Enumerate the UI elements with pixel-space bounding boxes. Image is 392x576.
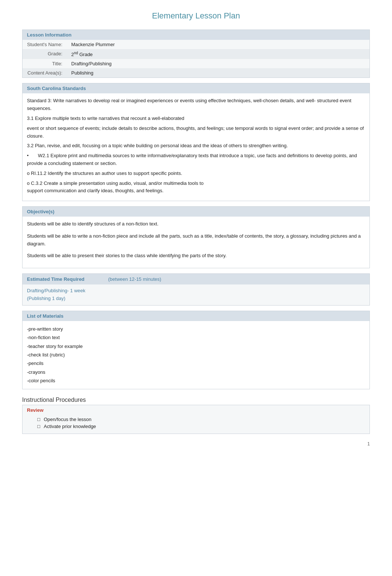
- bullet-w2-text: W2.1 Explore print and multimedia source…: [27, 153, 357, 166]
- page-title: Elementary Lesson Plan: [22, 11, 370, 21]
- material-item-3: -teacher story for example: [27, 342, 365, 351]
- material-item-4: -check list (rubric): [27, 351, 365, 359]
- instructional-procedures-section: Instructional Procedures Review Open/foc…: [22, 397, 370, 434]
- title-row: Title: Drafting/Publishing: [23, 59, 369, 68]
- c-3-2-b: support communication and clarify ideas,…: [27, 188, 164, 193]
- objectives-section: Objective(s) Students will be able to id…: [22, 206, 370, 268]
- inst-procedures-title: Instructional Procedures: [22, 397, 370, 403]
- objective-3: Students will be able to present their s…: [27, 252, 365, 260]
- lesson-info-table: Student's Name: Mackenzie Plummer Grade:…: [23, 40, 369, 77]
- lesson-info-header: Lesson Information: [23, 30, 369, 40]
- material-item-7: -color pencils: [27, 376, 365, 385]
- grade-value: 2nd Grade: [67, 49, 369, 59]
- standard-3-1-a: 3.1 Explore multiple texts to write narr…: [27, 115, 365, 123]
- page-number: 1: [22, 441, 370, 446]
- material-item-6: -crayons: [27, 368, 365, 376]
- title-label: Title:: [23, 59, 67, 68]
- sc-standards-header: South Carolina Standards: [23, 83, 369, 93]
- est-time-detail-line1: Drafting/Publishing- 1 week: [27, 288, 85, 293]
- objective-2: Students will be able to write a non-fic…: [27, 232, 365, 248]
- student-name-value: Mackenzie Plummer: [67, 40, 369, 49]
- standard-3: Standard 3: Write narratives to develop …: [27, 97, 365, 113]
- objectives-header: Objective(s): [23, 207, 369, 217]
- sc-standards-section: South Carolina Standards Standard 3: Wri…: [22, 83, 370, 201]
- material-item-5: -pencils: [27, 359, 365, 368]
- standard-3-2: 3.2 Plan, revise, and edit, focusing on …: [27, 142, 365, 150]
- estimated-time-label: Estimated Time Required: [27, 276, 108, 282]
- objectives-body: Students will be able to identify struct…: [23, 217, 369, 268]
- content-area-value: Publishing: [67, 68, 369, 77]
- c-3-2-a: o C.3.2 Create a simple presentation usi…: [27, 180, 203, 186]
- objective-1: Students will be able to identify struct…: [27, 220, 365, 228]
- estimated-time-section: Estimated Time Required (between 12-15 m…: [22, 273, 370, 306]
- materials-section: List of Materials -pre-written story -no…: [22, 311, 370, 389]
- grade-text: Grade: [78, 52, 93, 57]
- student-name-label: Student's Name:: [23, 40, 67, 49]
- estimated-time-detail: Drafting/Publishing- 1 week (Publishing …: [23, 284, 369, 305]
- materials-body: -pre-written story -non-fiction text -te…: [23, 321, 369, 389]
- inst-procedures-box: Review Open/focus the lesson Activate pr…: [22, 405, 370, 434]
- material-item-1: -pre-written story: [27, 325, 365, 333]
- title-value: Drafting/Publishing: [67, 59, 369, 68]
- ri-11-2: o RI.11.2 Identify the structures an aut…: [27, 170, 365, 177]
- c-3-2: o C.3.2 Create a simple presentation usi…: [27, 180, 365, 195]
- material-item-2: -non-fiction text: [27, 333, 365, 342]
- inst-step-2: Activate prior knowledge: [37, 423, 365, 430]
- inst-procedures-sub-header: Review: [23, 405, 369, 415]
- student-name-row: Student's Name: Mackenzie Plummer: [23, 40, 369, 49]
- est-time-detail-line2: (Publishing 1 day): [27, 296, 65, 301]
- grade-sup: nd: [74, 51, 78, 55]
- inst-step-1: Open/focus the lesson: [37, 416, 365, 423]
- sc-standards-body: Standard 3: Write narratives to develop …: [23, 93, 369, 201]
- standard-3-1-b: event or short sequence of events; inclu…: [27, 125, 365, 140]
- bullet-w2: • W2.1 Explore print and multimedia sour…: [27, 152, 365, 168]
- estimated-time-row: Estimated Time Required (between 12-15 m…: [23, 274, 369, 284]
- estimated-time-value: (between 12-15 minutes): [108, 276, 161, 282]
- grade-label: Grade:: [23, 49, 67, 59]
- content-area-row: Content Area(s): Publishing: [23, 68, 369, 77]
- inst-procedures-list: Open/focus the lesson Activate prior kno…: [23, 415, 369, 434]
- grade-row: Grade: 2nd Grade: [23, 49, 369, 59]
- lesson-information-section: Lesson Information Student's Name: Macke…: [22, 30, 370, 78]
- materials-header: List of Materials: [23, 311, 369, 321]
- content-area-label: Content Area(s):: [23, 68, 67, 77]
